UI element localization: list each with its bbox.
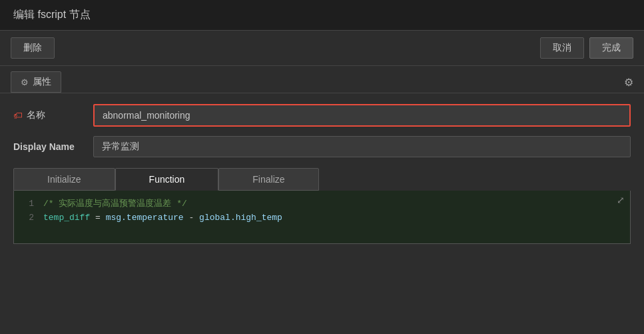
function-tabs: Initialize Function Finalize [13,168,631,191]
display-name-label: Display Name [13,141,80,152]
code-prop-global-high: global.high_temp [199,213,282,223]
code-editor: ⤢ 1 /* 实际温度与高温预警温度温差 */ 2 temp_diff = ms… [13,191,631,244]
display-name-input[interactable] [93,136,631,157]
gear-icon: ⚙ [21,77,29,87]
header: 编辑 fscript 节点 [0,0,644,31]
main-container: 编辑 fscript 节点 删除 取消 完成 ⚙ 属性 ⚙ 🏷 名称 [0,0,644,334]
delete-button[interactable]: 删除 [11,37,55,59]
properties-tab-label: 属性 [33,76,51,88]
code-prop-msg-temp: msg.temperature [106,213,184,223]
line-number-2: 2 [23,211,34,225]
properties-tab[interactable]: ⚙ 属性 [11,71,61,93]
name-row: 🏷 名称 [13,104,631,127]
form-area: 🏷 名称 Display Name [0,93,644,168]
display-name-row: Display Name [13,136,631,157]
settings-icon[interactable]: ⚙ [624,76,633,89]
section-tabs: ⚙ 属性 ⚙ [0,66,644,93]
code-comment-1: /* 实际温度与高温预警温度温差 */ [43,197,187,211]
code-op-assign: = [95,213,106,223]
line-number-1: 1 [23,197,34,211]
expand-icon[interactable]: ⤢ [617,195,625,206]
toolbar: 删除 取消 完成 [0,31,644,66]
name-input[interactable] [93,104,631,127]
code-line-2: 2 temp_diff = msg.temperature - global.h… [23,211,621,225]
code-line-1: 1 /* 实际温度与高温预警温度温差 */ [23,197,621,211]
tag-icon: 🏷 [13,110,23,121]
toolbar-right: 取消 完成 [540,37,633,59]
code-var-temp-diff: temp_diff [43,213,90,223]
page-title: 编辑 fscript 节点 [13,9,91,20]
done-button[interactable]: 完成 [589,37,633,59]
toolbar-left: 删除 [11,37,55,59]
name-label: 🏷 名称 [13,109,80,121]
cancel-button[interactable]: 取消 [540,37,584,59]
tab-function[interactable]: Function [115,168,219,191]
code-op-minus: - [188,213,199,223]
tab-initialize[interactable]: Initialize [13,168,115,191]
tab-finalize[interactable]: Finalize [218,168,318,191]
code-content-2: temp_diff = msg.temperature - global.hig… [43,211,282,225]
